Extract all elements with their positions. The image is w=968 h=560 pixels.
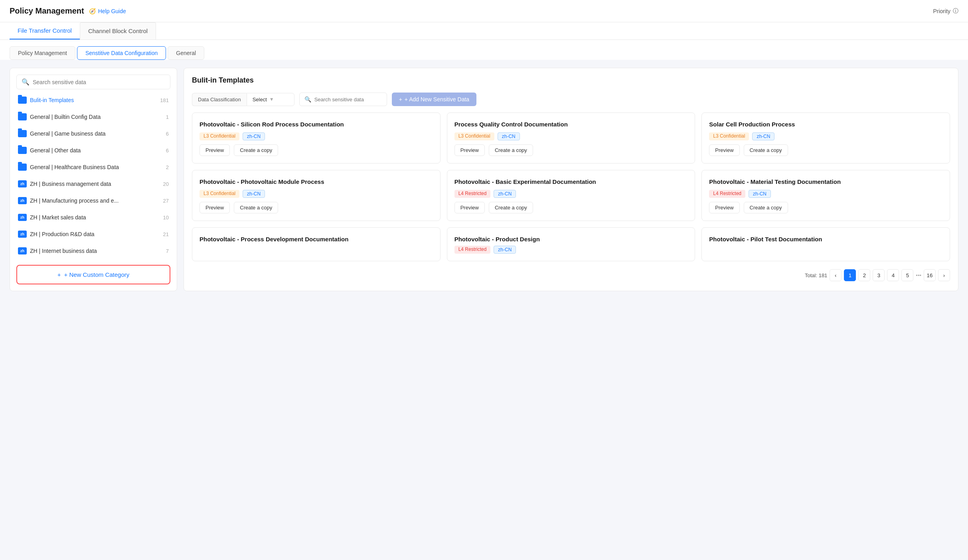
card-7-title: Photovoltaic - Process Development Docum…	[200, 235, 433, 243]
content-search-box[interactable]: 🔍	[299, 93, 387, 106]
sidebar-item-general-builtin[interactable]: General | Builtin Config Data 1	[16, 111, 170, 123]
sidebar-count-1: 6	[166, 131, 169, 137]
card-4-title: Photovoltaic - Photovoltaic Module Proce…	[200, 177, 433, 186]
badge-lang-1: zh-CN	[498, 132, 520, 140]
sidebar-item-zh-production[interactable]: zh ZH | Production R&D data 21	[16, 228, 170, 240]
badge-lang-5: zh-CN	[749, 190, 771, 198]
chevron-down-icon: ▼	[269, 97, 274, 102]
card-5-badges: L4 Restricted zh-CN	[454, 190, 688, 198]
sidebar-count-0: 1	[166, 114, 169, 120]
card-3: Solar Cell Production Process L3 Confide…	[701, 112, 950, 164]
copy-btn-5[interactable]: Create a copy	[744, 202, 788, 213]
preview-btn-5[interactable]: Preview	[709, 202, 739, 213]
sidebar-item-zh-manufacturing[interactable]: zh ZH | Manufacturing process and e... 2…	[16, 195, 170, 207]
card-2: Process Quality Control Documentation L3…	[447, 112, 695, 164]
preview-btn-0[interactable]: Preview	[200, 144, 230, 156]
content-area: Bulit-in Templates Data Classification S…	[184, 68, 958, 291]
sidebar-search-box[interactable]: 🔍	[16, 75, 170, 89]
folder-icon-builtin	[18, 97, 27, 104]
content-header: Bulit-in Templates	[192, 76, 950, 85]
card-2-badges: L3 Confidential zh-CN	[454, 132, 688, 140]
copy-btn-1[interactable]: Create a copy	[489, 144, 533, 156]
card-3-actions: Preview Create a copy	[709, 144, 942, 156]
data-classification-filter: Data Classification Select ▼	[192, 93, 294, 106]
sidebar-count-8: 7	[166, 248, 169, 254]
card-6: Photovoltaic - Material Testing Document…	[701, 170, 950, 221]
sidebar-item-builtin[interactable]: Bulit-in Templates 181	[16, 94, 170, 106]
dc-select-dropdown[interactable]: Select ▼	[247, 93, 294, 106]
folder-icon-zh-6: zh	[18, 214, 27, 221]
preview-btn-4[interactable]: Preview	[454, 202, 485, 213]
dc-label: Data Classification	[192, 93, 247, 106]
sidebar-item-zh-business[interactable]: zh ZH | Business management data 20	[16, 178, 170, 190]
preview-btn-1[interactable]: Preview	[454, 144, 485, 156]
card-7-partial: Photovoltaic - Process Development Docum…	[192, 227, 441, 261]
sidebar-item-zh-market[interactable]: zh ZH | Market sales data 10	[16, 211, 170, 223]
content-search-input[interactable]	[314, 97, 382, 103]
card-3-title: Solar Cell Production Process	[709, 120, 942, 128]
badge-lang-7: zh-CN	[494, 246, 516, 254]
sidebar-label-8: ZH | Internet business data	[30, 248, 163, 254]
card-5-title: Photovoltaic - Basic Experimental Docume…	[454, 177, 688, 186]
badge-l4-5: L4 Restricted	[709, 190, 745, 198]
help-guide-link[interactable]: 🧭 Help Guide	[89, 8, 126, 14]
card-8-badges: L4 Restricted zh-CN	[454, 246, 688, 254]
sidebar-item-general-healthcare[interactable]: General | Healthcare Business Data 2	[16, 161, 170, 173]
new-custom-category-button[interactable]: + + New Custom Category	[16, 265, 170, 284]
card-4: Photovoltaic - Photovoltaic Module Proce…	[192, 170, 441, 221]
folder-icon-zh-8: zh	[18, 247, 27, 254]
sidebar-item-general-game[interactable]: General | Game business data 6	[16, 128, 170, 140]
priority-button[interactable]: Priority ⓘ	[933, 8, 958, 15]
next-page-button[interactable]: ›	[938, 269, 950, 281]
tab-channel-block[interactable]: Channel Block Control	[80, 22, 156, 39]
badge-l4-7: L4 Restricted	[454, 246, 491, 254]
copy-btn-2[interactable]: Create a copy	[744, 144, 788, 156]
content-title: Bulit-in Templates	[192, 76, 254, 85]
dc-select-value: Select	[253, 97, 267, 103]
prev-page-button[interactable]: ‹	[830, 269, 842, 281]
sidebar-label-5: ZH | Manufacturing process and e...	[30, 197, 160, 204]
page-btn-2[interactable]: 2	[858, 269, 870, 281]
sidebar-item-general-other[interactable]: General | Other data 6	[16, 144, 170, 156]
sidebar-item-zh-internet[interactable]: zh ZH | Internet business data 7	[16, 245, 170, 257]
sidebar-count-3: 2	[166, 164, 169, 170]
sidebar: 🔍 Bulit-in Templates 181 General | Built…	[10, 68, 177, 291]
page-btn-4[interactable]: 4	[887, 269, 899, 281]
tab-file-transfer[interactable]: File Transfer Control	[10, 22, 80, 39]
page-title: Policy Management	[10, 6, 84, 16]
card-6-actions: Preview Create a copy	[709, 202, 942, 213]
page-btn-last[interactable]: 16	[924, 269, 936, 281]
sidebar-label-7: ZH | Production R&D data	[30, 231, 160, 237]
copy-btn-4[interactable]: Create a copy	[489, 202, 533, 213]
help-guide-label: Help Guide	[98, 8, 126, 14]
sub-tab-general[interactable]: General	[168, 46, 204, 60]
page-btn-3[interactable]: 3	[873, 269, 885, 281]
sidebar-search-input[interactable]	[33, 79, 165, 85]
sidebar-label-3: General | Healthcare Business Data	[30, 164, 163, 170]
folder-icon-0	[18, 113, 27, 120]
sidebar-builtin-label: Bulit-in Templates	[30, 97, 157, 103]
card-1-badges: L3 Confidential zh-CN	[200, 132, 433, 140]
badge-lang-2: zh-CN	[752, 132, 774, 140]
new-category-label: + New Custom Category	[64, 271, 129, 278]
card-9-partial: Photovoltaic - Pilot Test Documentation	[701, 227, 950, 261]
badge-l3-3: L3 Confidential	[200, 190, 239, 198]
sidebar-count-4: 20	[163, 181, 169, 187]
card-8-title: Photovoltaic - Product Design	[454, 235, 688, 243]
sub-tab-sensitive-data[interactable]: Senstitive Data Configuration	[77, 46, 166, 60]
preview-btn-3[interactable]: Preview	[200, 202, 230, 213]
content-search-icon: 🔍	[304, 96, 311, 103]
badge-l3-2: L3 Confidential	[709, 132, 749, 140]
preview-btn-2[interactable]: Preview	[709, 144, 739, 156]
card-5-actions: Preview Create a copy	[454, 202, 688, 213]
copy-btn-0[interactable]: Create a copy	[234, 144, 278, 156]
page-btn-5[interactable]: 5	[901, 269, 913, 281]
sidebar-count-7: 21	[163, 231, 169, 237]
sub-tab-policy-management[interactable]: Policy Management	[10, 46, 75, 60]
add-btn-label: + Add New Sensitive Data	[405, 96, 469, 103]
copy-btn-3[interactable]: Create a copy	[234, 202, 278, 213]
add-icon: +	[399, 96, 402, 103]
page-btn-1[interactable]: 1	[844, 269, 856, 281]
badge-lang-4: zh-CN	[494, 190, 516, 198]
add-new-sensitive-data-button[interactable]: + + Add New Sensitive Data	[392, 93, 476, 106]
